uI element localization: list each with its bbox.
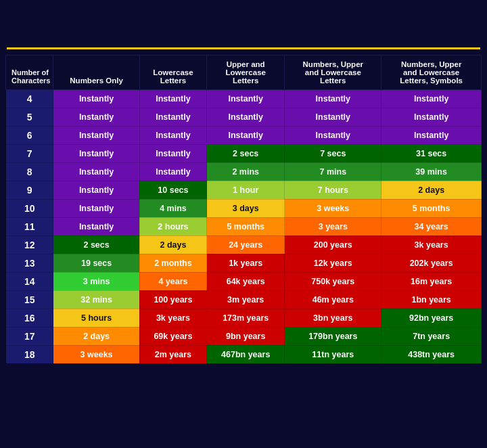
col-header-numbers: Numbers Only	[53, 55, 139, 89]
char-count-cell: 15	[6, 290, 53, 309]
table-row: 5InstantlyInstantlyInstantlyInstantlyIns…	[6, 108, 482, 126]
data-cell: 2 mins	[207, 162, 285, 181]
data-cell: Instantly	[139, 108, 206, 126]
table-row: 183 weeks2m years467bn years11tn years43…	[6, 345, 482, 363]
table-row: 8InstantlyInstantly2 mins7 mins39 mins	[6, 162, 482, 181]
data-cell: 34 years	[381, 217, 482, 236]
char-count-cell: 14	[6, 272, 53, 290]
table-row: 11Instantly2 hours5 months3 years34 year…	[6, 217, 482, 236]
table-row: 165 hours3k years173m years3bn years92bn…	[6, 309, 482, 327]
data-cell: 2 secs	[207, 144, 285, 162]
data-cell: 5 months	[381, 199, 482, 217]
data-cell: 64k years	[207, 272, 285, 290]
col-header-upper-lower: Upper andLowercaseLetters	[207, 55, 285, 89]
data-cell: Instantly	[285, 126, 381, 144]
data-cell: Instantly	[53, 199, 139, 217]
data-cell: 46m years	[285, 290, 381, 309]
data-cell: 1bn years	[381, 290, 482, 309]
data-cell: 2 days	[139, 236, 206, 254]
data-cell: 24 years	[207, 236, 285, 254]
data-cell: 467bn years	[207, 345, 285, 363]
char-count-cell: 16	[6, 309, 53, 327]
data-cell: Instantly	[381, 126, 482, 144]
char-count-cell: 13	[6, 254, 53, 272]
title	[14, 12, 473, 35]
char-count-cell: 11	[6, 217, 53, 236]
table-row: 7InstantlyInstantly2 secs7 secs31 secs	[6, 144, 482, 162]
data-cell: 7tn years	[381, 327, 482, 345]
data-cell: Instantly	[139, 126, 206, 144]
data-cell: Instantly	[139, 89, 206, 108]
char-count-cell: 17	[6, 327, 53, 345]
data-cell: Instantly	[285, 89, 381, 108]
data-cell: 3 mins	[53, 272, 139, 290]
data-cell: 3 weeks	[285, 199, 381, 217]
data-cell: Instantly	[139, 162, 206, 181]
data-cell: 2 days	[381, 181, 482, 199]
data-cell: 3 days	[207, 199, 285, 217]
data-cell: 200 years	[285, 236, 381, 254]
data-cell: 1 hour	[207, 181, 285, 199]
data-cell: 100 years	[139, 290, 206, 309]
col-header-num-upper-lower: Numbers, Upperand LowercaseLetters	[285, 55, 381, 89]
data-cell: Instantly	[53, 108, 139, 126]
data-cell: 2m years	[139, 345, 206, 363]
data-cell: 438tn years	[381, 345, 482, 363]
char-count-cell: 18	[6, 345, 53, 363]
data-cell: 7 mins	[285, 162, 381, 181]
char-count-cell: 9	[6, 181, 53, 199]
table-header-row: Number ofCharacters Numbers Only Lowerca…	[6, 55, 482, 89]
data-cell: 39 mins	[381, 162, 482, 181]
data-cell: 2 months	[139, 254, 206, 272]
data-cell: 7 hours	[285, 181, 381, 199]
data-cell: Instantly	[53, 126, 139, 144]
data-cell: 1k years	[207, 254, 285, 272]
data-cell: 202k years	[381, 254, 482, 272]
char-count-cell: 6	[6, 126, 53, 144]
data-cell: 3k years	[381, 236, 482, 254]
data-cell: Instantly	[207, 126, 285, 144]
table-row: 4InstantlyInstantlyInstantlyInstantlyIns…	[6, 89, 482, 108]
data-cell: 5 hours	[53, 309, 139, 327]
data-cell: 32 mins	[53, 290, 139, 309]
data-cell: 2 days	[53, 327, 139, 345]
col-header-lower: LowercaseLetters	[139, 55, 206, 89]
data-cell: 16m years	[381, 272, 482, 290]
data-cell: 173m years	[207, 309, 285, 327]
table-row: 10Instantly4 mins3 days3 weeks5 months	[6, 199, 482, 217]
data-cell: Instantly	[53, 162, 139, 181]
char-count-cell: 5	[6, 108, 53, 126]
data-cell: 92bn years	[381, 309, 482, 327]
char-count-cell: 7	[6, 144, 53, 162]
table-row: 122 secs2 days24 years200 years3k years	[6, 236, 482, 254]
data-cell: Instantly	[381, 108, 482, 126]
data-cell: Instantly	[285, 108, 381, 126]
col-header-symbols: Numbers, Upperand LowercaseLetters, Symb…	[381, 55, 482, 89]
header	[0, 0, 487, 42]
data-cell: Instantly	[207, 89, 285, 108]
data-cell: 31 secs	[381, 144, 482, 162]
data-cell: Instantly	[207, 108, 285, 126]
char-count-cell: 12	[6, 236, 53, 254]
data-cell: 2 secs	[53, 236, 139, 254]
data-cell: 10 secs	[139, 181, 206, 199]
data-cell: 179bn years	[285, 327, 381, 345]
table-row: 1319 secs2 months1k years12k years202k y…	[6, 254, 482, 272]
data-cell: Instantly	[53, 89, 139, 108]
table-row: 172 days69k years9bn years179bn years7tn…	[6, 327, 482, 345]
table-row: 6InstantlyInstantlyInstantlyInstantlyIns…	[6, 126, 482, 144]
data-cell: 3 weeks	[53, 345, 139, 363]
data-cell: 3 years	[285, 217, 381, 236]
data-cell: 4 years	[139, 272, 206, 290]
password-table: Number ofCharacters Numbers Only Lowerca…	[5, 55, 482, 364]
col-header-chars: Number ofCharacters	[6, 55, 53, 89]
data-cell: 3m years	[207, 290, 285, 309]
data-cell: Instantly	[53, 181, 139, 199]
data-cell: 3bn years	[285, 309, 381, 327]
data-cell: 5 months	[207, 217, 285, 236]
data-cell: 9bn years	[207, 327, 285, 345]
table-row: 143 mins4 years64k years750k years16m ye…	[6, 272, 482, 290]
data-cell: 12k years	[285, 254, 381, 272]
data-cell: 4 mins	[139, 199, 206, 217]
table-row: 9Instantly10 secs1 hour7 hours2 days	[6, 181, 482, 199]
